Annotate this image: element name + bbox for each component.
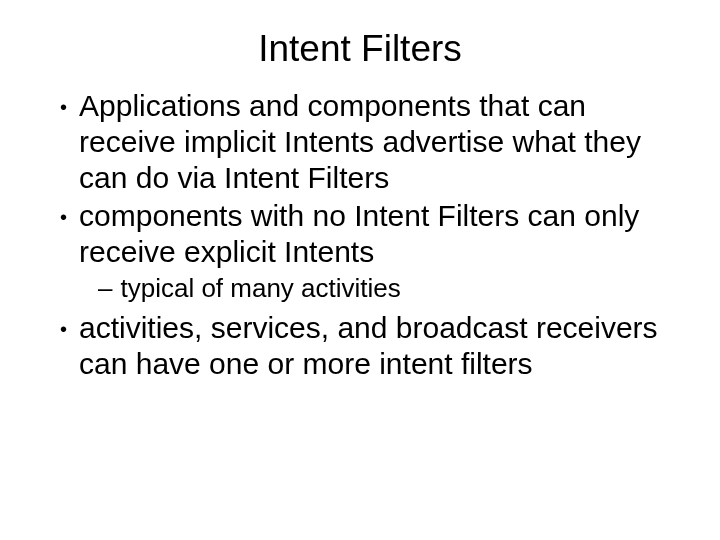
bullet-dot-icon: • [60,88,67,126]
slide: Intent Filters • Applications and compon… [0,0,720,540]
bullet-dash-icon: – [98,272,112,304]
bullet-item: • components with no Intent Filters can … [60,198,680,270]
bullet-item: • activities, services, and broadcast re… [60,310,680,382]
slide-title: Intent Filters [40,28,680,70]
bullet-text: activities, services, and broadcast rece… [79,310,680,382]
slide-content: • Applications and components that can r… [40,88,680,382]
sub-bullet-item: – typical of many activities [98,272,680,304]
bullet-item: • Applications and components that can r… [60,88,680,196]
bullet-text: Applications and components that can rec… [79,88,680,196]
bullet-dot-icon: • [60,198,67,236]
bullet-text: components with no Intent Filters can on… [79,198,680,270]
sub-bullet-text: typical of many activities [120,272,400,304]
bullet-dot-icon: • [60,310,67,348]
